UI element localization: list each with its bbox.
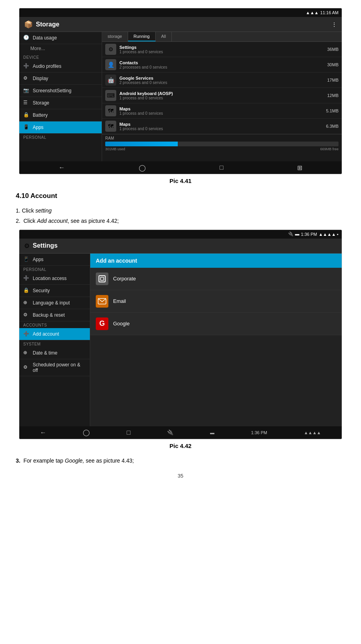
ram-text: RAM (105, 136, 114, 140)
google-label: Google (113, 321, 130, 327)
sidebar2-item-add-account[interactable]: ➕ Add account (19, 328, 90, 340)
sidebar2-item-backup[interactable]: ⚙ Backup & reset (19, 309, 90, 321)
sidebar2-power-label: Scheduled power on & off (33, 362, 86, 373)
page-container: ▲▲▲ 11:16 AM 📦 Storage ⋮ 🕐 Data usage (0, 0, 361, 495)
sidebar-item-data-usage[interactable]: 🕐 Data usage (19, 32, 102, 44)
ram-used-label: 301MB used (105, 147, 125, 151)
back-button-2[interactable]: ← (40, 429, 46, 436)
storage-icon: 📦 (24, 20, 33, 29)
wifi-icon: ▬ (210, 430, 214, 435)
sidebar2-item-security[interactable]: 🔒 Security (19, 285, 90, 297)
sidebar-item-storage[interactable]: ☰ Storage (19, 97, 102, 109)
screenshot-2: 🔌 ▬ 1:36 PM ▲▲▲▲ ▪ ⚙ Settings 📱 Apps (19, 230, 342, 439)
app-row-maps-1[interactable]: 🗺 Maps 1 process and 0 services 5.1MB (102, 103, 342, 119)
settings-header-icon: ⚙ (24, 242, 30, 250)
maps-1-name: Maps (119, 106, 323, 111)
screenshot-1: ▲▲▲ 11:16 AM 📦 Storage ⋮ 🕐 Data usage (19, 8, 342, 174)
personal-section-label: PERSONAL (19, 134, 102, 140)
app-row-maps-2[interactable]: 🗺 Maps 1 process and 0 services 6.3MB (102, 119, 342, 134)
sidebar2-language-label: Language & input (33, 300, 70, 306)
email-icon (96, 295, 108, 308)
screen1-sidebar: 🕐 Data usage More... DEVICE ➕ Audio prof… (19, 32, 102, 161)
pic2-caption: Pic 4.42 (16, 442, 345, 449)
keyboard-app-sub: 1 process and 0 services (119, 96, 324, 100)
svg-rect-1 (100, 277, 104, 280)
instruction-2: 2. Click Add account, see as picture 4.4… (16, 217, 345, 225)
ram-bar-track (105, 142, 339, 146)
sidebar-item-display[interactable]: ⚙ Display (19, 73, 102, 85)
maps-1-sub: 1 process and 0 services (119, 111, 323, 116)
account-option-email[interactable]: Email (90, 290, 342, 313)
sidebar2-system-label: SYSTEM (19, 340, 90, 347)
screen1-tabs: storage Running All (102, 32, 342, 42)
contacts-app-name: Contacts (119, 60, 324, 65)
android-screen-1: ▲▲▲ 11:16 AM 📦 Storage ⋮ 🕐 Data usage (19, 8, 342, 174)
sidebar2-item-location[interactable]: ➕ Location access (19, 273, 90, 285)
statusbar-1: ▲▲▲ 11:16 AM (19, 8, 342, 17)
screen2-title: Settings (33, 242, 58, 249)
tab-all[interactable]: All (156, 32, 172, 41)
sidebar-more[interactable]: More... (19, 44, 102, 54)
contacts-app-info: Contacts 2 processes and 0 services (119, 60, 324, 69)
sidebar2-security-icon: 🔒 (23, 287, 30, 294)
screen1-body: 🕐 Data usage More... DEVICE ➕ Audio prof… (19, 32, 342, 161)
app-row-contacts[interactable]: 👤 Contacts 2 processes and 0 services 30… (102, 57, 342, 73)
signal-icon: ▲▲▲ (306, 10, 319, 15)
maps-1-icon: 🗺 (105, 105, 116, 116)
ram-free-label: 669MB free (320, 147, 339, 151)
time-display: 11:16 AM (320, 10, 339, 15)
sidebar-item-screenshot[interactable]: 📷 ScreenshotSetting (19, 85, 102, 97)
statusbar-2-time: 1:36 PM (301, 232, 317, 237)
storage-menu-icon: ☰ (23, 100, 30, 106)
sidebar2-item-language[interactable]: ⊕ Language & input (19, 297, 90, 309)
back-button[interactable]: ← (59, 164, 65, 171)
sidebar2-item-apps[interactable]: 📱 Apps (19, 254, 90, 266)
sidebar2-apps-icon: 📱 (23, 256, 30, 263)
pic1-caption: Pic 4.41 (16, 177, 345, 184)
settings-app-icon: ⚙ (105, 44, 116, 55)
account-option-corporate[interactable]: Corporate (90, 268, 342, 290)
app-row-settings[interactable]: ⚙ Settings 1 process and 0 services 36MB (102, 42, 342, 57)
keyboard-app-info: Android keyboard (AOSP) 1 process and 0 … (119, 91, 324, 100)
sidebar2-date-label: Date & time (33, 350, 58, 356)
sidebar-item-apps[interactable]: 📱 Apps (19, 121, 102, 134)
google-icon: G (96, 317, 108, 330)
screen2-right-panel: Add an account Corporate (90, 254, 342, 426)
settings-app-info: Settings 1 process and 0 services (119, 45, 324, 54)
screen1-header: 📦 Storage ⋮ (19, 17, 342, 32)
maps-2-size: 6.3MB (326, 124, 339, 129)
display-icon: ⚙ (23, 75, 30, 82)
sidebar-item-battery[interactable]: 🔒 Battery (19, 109, 102, 121)
maps-1-info: Maps 1 process and 0 services (119, 106, 323, 116)
sidebar2-item-power[interactable]: ⚙ Scheduled power on & off (19, 359, 90, 376)
audio-label: Audio profiles (33, 63, 61, 69)
recents-button[interactable]: □ (220, 164, 223, 171)
recents-button-2[interactable]: □ (127, 429, 130, 436)
account-option-google[interactable]: G Google (90, 313, 342, 335)
tab-storage[interactable]: storage (102, 32, 128, 41)
app-row-keyboard[interactable]: ⌨ Android keyboard (AOSP) 1 process and … (102, 88, 342, 103)
sidebar2-backup-label: Backup & reset (33, 312, 65, 318)
ram-bar-labels: 301MB used 669MB free (105, 147, 339, 151)
home-button[interactable]: ◯ (139, 164, 146, 172)
device-section-label: DEVICE (19, 54, 102, 60)
sidebar-item-audio[interactable]: ➕ Audio profiles (19, 60, 102, 73)
settings-app-sub: 1 process and 0 services (119, 50, 324, 54)
sidebar2-item-date[interactable]: ⊕ Date & time (19, 347, 90, 359)
google-services-icon: 🤖 (105, 75, 116, 86)
settings-app-name: Settings (119, 45, 324, 50)
tab-running[interactable]: Running (128, 32, 156, 41)
screen1-right-panel: storage Running All ⚙ Settings 1 process… (102, 32, 342, 161)
usb-icon: 🔌 (167, 429, 173, 435)
svg-rect-0 (99, 276, 105, 282)
more-options-icon[interactable]: ⋮ (331, 21, 337, 28)
google-services-sub: 2 processes and 0 services (119, 80, 324, 85)
battery-icon: 🔒 (23, 112, 30, 118)
app-row-google-services[interactable]: 🤖 Google Services 2 processes and 0 serv… (102, 73, 342, 88)
screen2-header: ⚙ Settings (19, 239, 342, 254)
home-button-2[interactable]: ◯ (83, 429, 90, 436)
statusbar-2-icons-left: 🔌 ▬ (288, 231, 299, 237)
statusbar-2: 🔌 ▬ 1:36 PM ▲▲▲▲ ▪ (19, 230, 342, 239)
maps-2-icon: 🗺 (105, 121, 116, 132)
screenshot-button[interactable]: ⊞ (297, 164, 302, 172)
